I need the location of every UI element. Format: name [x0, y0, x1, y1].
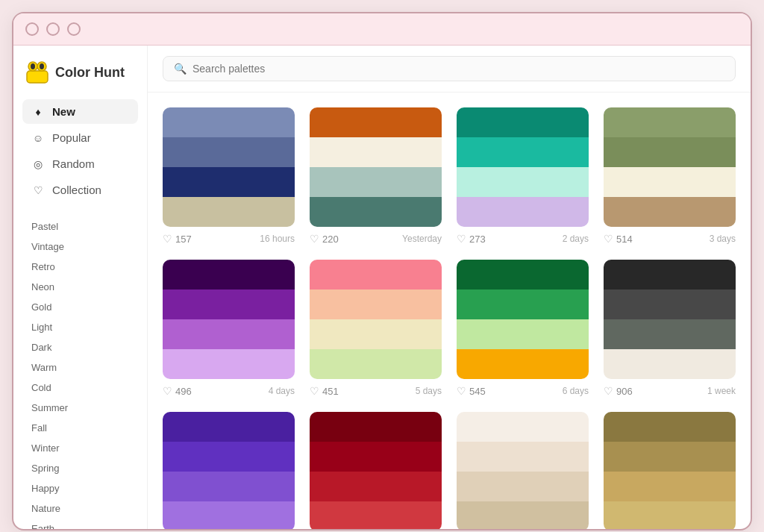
tag-item-fall[interactable]: Fall [22, 419, 138, 437]
palette-card-11[interactable]: ♡4121 week [457, 412, 589, 529]
tag-item-retro[interactable]: Retro [22, 257, 138, 276]
tag-item-happy[interactable]: Happy [22, 479, 138, 498]
palette-swatches-10 [310, 412, 442, 529]
palette-swatches-4 [604, 107, 736, 227]
nav-label-popular: Popular [52, 131, 91, 144]
palette-time-8: 1 week [707, 386, 736, 396]
heart-icon: ♡ [604, 385, 613, 397]
nav-item-collection[interactable]: ♡ Collection [22, 178, 138, 202]
tag-item-summer[interactable]: Summer [22, 398, 138, 417]
swatch-7-2 [457, 290, 589, 319]
palette-time-5: 4 days [269, 386, 295, 396]
tag-item-neon[interactable]: Neon [22, 278, 138, 296]
swatch-3-3 [457, 167, 589, 197]
palette-card-2[interactable]: ♡220Yesterday [310, 107, 442, 245]
swatch-10-1 [310, 412, 442, 442]
nav-item-random[interactable]: ◎ Random [22, 151, 138, 176]
main-content: 🔍 ♡15716 hours♡220Yesterday♡2732 days♡51… [148, 46, 751, 529]
palette-card-1[interactable]: ♡15716 hours [163, 107, 295, 245]
swatch-1-2 [163, 137, 295, 167]
swatch-11-2 [457, 442, 589, 472]
palette-swatches-9 [163, 412, 295, 529]
palette-card-10[interactable]: ♡2881 week [310, 412, 442, 529]
swatch-1-3 [163, 167, 295, 197]
palette-meta-7: ♡5456 days [457, 385, 589, 397]
palette-likes-2: ♡220 [310, 233, 339, 245]
palette-card-4[interactable]: ♡5143 days [604, 107, 736, 245]
swatch-1-1 [163, 107, 295, 137]
palette-grid-container[interactable]: ♡15716 hours♡220Yesterday♡2732 days♡5143… [148, 93, 751, 529]
palette-grid: ♡15716 hours♡220Yesterday♡2732 days♡5143… [163, 107, 736, 529]
tag-item-spring[interactable]: Spring [22, 459, 138, 478]
diamond-icon: ♦ [31, 106, 45, 118]
tag-item-vintage[interactable]: Vintage [22, 237, 138, 256]
palette-meta-1: ♡15716 hours [163, 233, 295, 245]
swatch-6-1 [310, 260, 442, 290]
palette-card-3[interactable]: ♡2732 days [457, 107, 589, 245]
nav-item-new[interactable]: ♦ New [22, 99, 138, 124]
search-icon: 🔍 [174, 63, 187, 75]
palette-card-7[interactable]: ♡5456 days [457, 260, 589, 397]
swatch-7-4 [457, 349, 589, 379]
swatch-5-1 [163, 260, 295, 290]
swatch-2-3 [310, 167, 442, 197]
palette-likes-4: ♡514 [604, 233, 633, 245]
swatch-12-4 [604, 501, 736, 529]
logo-text: Color Hunt [55, 65, 125, 81]
tag-item-dark[interactable]: Dark [22, 338, 138, 357]
swatch-6-3 [310, 319, 442, 349]
search-bar[interactable]: 🔍 [163, 56, 736, 81]
palette-swatches-6 [310, 260, 442, 379]
swatch-7-3 [457, 319, 589, 349]
heart-icon: ♡ [163, 233, 172, 245]
swatch-4-2 [604, 137, 736, 167]
palette-time-2: Yesterday [402, 234, 442, 244]
palette-swatches-2 [310, 107, 442, 227]
swatch-9-1 [163, 412, 295, 442]
swatch-9-4 [163, 501, 295, 529]
tag-item-earth[interactable]: Earth [22, 519, 138, 529]
swatch-3-2 [457, 137, 589, 167]
palette-meta-5: ♡4964 days [163, 385, 295, 397]
tag-item-pastel[interactable]: Pastel [22, 217, 138, 236]
palette-swatches-3 [457, 107, 589, 227]
nav-label-new: New [52, 105, 75, 118]
nav-label-random: Random [52, 157, 95, 170]
palette-card-8[interactable]: ♡9061 week [604, 260, 736, 397]
swatch-12-2 [604, 442, 736, 472]
logo-area: Color Hunt [22, 60, 138, 84]
swatch-12-3 [604, 472, 736, 501]
likes-count: 545 [469, 386, 486, 397]
palette-card-12[interactable]: ♡3671 week [604, 412, 736, 529]
swatch-7-1 [457, 260, 589, 290]
tag-item-nature[interactable]: Nature [22, 499, 138, 518]
palette-meta-2: ♡220Yesterday [310, 233, 442, 245]
swatch-8-3 [604, 319, 736, 349]
palette-swatches-1 [163, 107, 295, 227]
swatch-4-1 [604, 107, 736, 137]
swatch-10-2 [310, 442, 442, 472]
tag-item-light[interactable]: Light [22, 318, 138, 337]
tag-item-warm[interactable]: Warm [22, 358, 138, 377]
heart-icon: ♡ [457, 233, 466, 245]
palette-swatches-8 [604, 260, 736, 379]
swatch-5-3 [163, 319, 295, 349]
nav-label-collection: Collection [52, 184, 101, 196]
tag-item-cold[interactable]: Cold [22, 378, 138, 397]
swatch-12-1 [604, 412, 736, 442]
palette-likes-6: ♡451 [310, 385, 339, 397]
tag-item-winter[interactable]: Winter [22, 439, 138, 457]
heart-icon: ♡ [310, 233, 319, 245]
swatch-1-4 [163, 197, 295, 227]
palette-card-5[interactable]: ♡4964 days [163, 260, 295, 397]
nav-item-popular[interactable]: ☺ Popular [22, 125, 138, 150]
tag-item-gold[interactable]: Gold [22, 298, 138, 316]
palette-card-6[interactable]: ♡4515 days [310, 260, 442, 397]
palette-card-9[interactable]: ♡3211 week [163, 412, 295, 529]
likes-count: 273 [469, 234, 486, 245]
swatch-10-3 [310, 472, 442, 501]
palette-meta-8: ♡9061 week [604, 385, 736, 397]
search-input[interactable] [192, 63, 724, 75]
swatch-4-3 [604, 167, 736, 197]
likes-count: 496 [175, 386, 192, 397]
